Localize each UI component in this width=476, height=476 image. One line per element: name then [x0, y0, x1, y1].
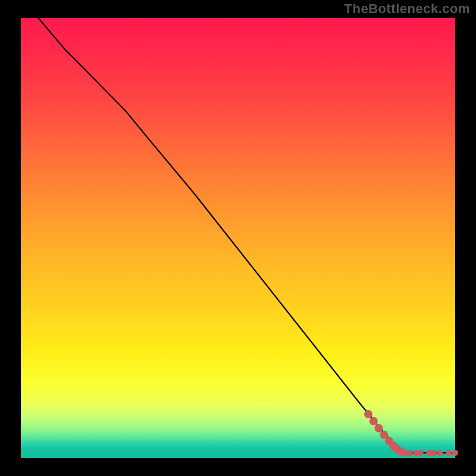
- marker-point: [431, 450, 437, 456]
- marker-point: [446, 450, 452, 456]
- watermark-text: TheBottleneck.com: [345, 1, 470, 17]
- marker-point: [375, 424, 383, 433]
- chart-frame: TheBottleneck.com: [0, 0, 476, 476]
- marker-point: [418, 450, 424, 456]
- plot-overlay: [21, 18, 455, 458]
- marker-point: [406, 450, 412, 456]
- curve-line: [38, 18, 455, 453]
- plot-area: [21, 18, 455, 458]
- marker-group: [364, 410, 458, 456]
- marker-point: [364, 410, 372, 418]
- marker-point: [452, 450, 458, 456]
- marker-point: [369, 417, 378, 425]
- marker-point: [437, 450, 443, 456]
